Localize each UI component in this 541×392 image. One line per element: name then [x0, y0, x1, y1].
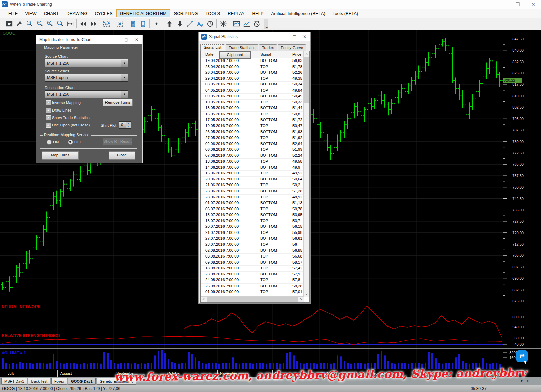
signal-row[interactable]: 24.08.2016 7:00:00TOP57,8 — [201, 277, 304, 284]
signal-row[interactable]: 19.05.2016 7:00:00TOP50,47 — [201, 123, 304, 129]
signal-row[interactable]: 20.07.2016 7:00:00BOTTOM56,15 — [201, 224, 304, 230]
inverse-mapping-checkbox[interactable]: ✓ — [46, 100, 51, 105]
shift-plot-arrows-icon[interactable]: ▲▼ — [126, 122, 131, 128]
window-minimize-button[interactable]: — — [494, 0, 510, 9]
signal-row[interactable]: 28.06.2016 7:00:00TOP48,92 — [201, 195, 304, 201]
trend-chart-icon[interactable] — [241, 19, 252, 29]
menu-item-file[interactable]: FILE — [5, 9, 21, 17]
signal-row[interactable]: 13.06.2016 7:00:00TOP49,58 — [201, 159, 304, 165]
spider-icon[interactable] — [218, 19, 228, 29]
signal-row[interactable]: 14.06.2016 7:00:00BOTTOM49,9 — [201, 165, 304, 171]
signal-row[interactable]: 29.04.2016 7:00:00TOP49,35 — [201, 76, 304, 82]
signal-row[interactable]: 02.08.2016 7:00:00BOTTOM56,85 — [201, 248, 304, 254]
menu-item-drawing[interactable]: DRAWING — [63, 9, 91, 17]
signal-row[interactable]: 18.08.2016 7:00:00TOP57,42 — [201, 266, 304, 272]
signal-tab-equity-curve[interactable]: Equity Curve — [278, 44, 306, 51]
signal-tab-trades[interactable]: Trades — [259, 44, 277, 51]
signal-maximize-button[interactable]: ▢ — [289, 32, 300, 41]
signal-row[interactable]: 07.06.2016 7:00:00BOTTOM52,24 — [201, 153, 304, 159]
signal-row[interactable]: 20.06.2016 7:00:00BOTTOM50,64 — [201, 177, 304, 183]
rt-on-radio[interactable] — [47, 140, 52, 145]
scroll-down-icon[interactable]: ᐯ — [304, 291, 309, 297]
menu-item-view[interactable]: VIEW — [21, 9, 40, 17]
signal-row[interactable]: 03.08.2016 7:00:00TOP56,68 — [201, 254, 304, 260]
show-trade-statistics-checkbox[interactable]: ✓ — [46, 115, 51, 120]
fast-forward-icon[interactable] — [88, 19, 98, 29]
menu-item-scripting[interactable]: SCRIPTING — [170, 9, 202, 17]
use-open-checkbox[interactable]: ✓ — [46, 123, 51, 128]
signal-tab-trade-statistics[interactable]: Trade Statistics — [226, 44, 258, 51]
menu-item-chart[interactable]: CHART — [40, 9, 63, 17]
vertical-scroll-thumb[interactable] — [304, 57, 309, 103]
signal-row[interactable]: 28.07.2016 7:00:00TOP56 — [201, 242, 304, 248]
map-minimize-button[interactable]: — — [111, 35, 121, 44]
column-header-date[interactable]: Date — [205, 52, 213, 56]
signal-window-titlebar[interactable]: Signal Statistics — ▢ ✕ — [199, 32, 310, 41]
signal-row[interactable]: 02.06.2016 7:00:00BOTTOM52,64 — [201, 141, 304, 147]
clipboard-button[interactable]: Clipboard — [219, 51, 251, 59]
column-header-price[interactable]: Price — [292, 52, 301, 56]
signal-row[interactable]: 17.05.2016 7:00:00BOTTOM51,72 — [201, 117, 304, 123]
signal-row[interactable]: 26.05.2016 7:00:00BOTTOM51,93 — [201, 129, 304, 136]
signal-row[interactable]: 04.05.2016 7:00:00TOP49,84 — [201, 88, 304, 94]
window-close-button[interactable]: ✕ — [525, 0, 541, 9]
signal-row[interactable]: 23.06.2016 7:00:00BOTTOM51,28 — [201, 189, 304, 195]
scroll-up-icon[interactable]: ᐱ — [304, 51, 309, 57]
signal-row[interactable]: 21.07.2016 7:00:00TOP55,98 — [201, 230, 304, 236]
signal-row[interactable]: 06.06.2016 7:00:00TOP51,99 — [201, 147, 304, 153]
signal-row[interactable]: 09.05.2016 7:00:00BOTTOM50,49 — [201, 94, 304, 100]
signal-row[interactable]: 27.07.2016 7:00:00BOTTOM56,61 — [201, 236, 304, 242]
selection-clear-icon[interactable] — [115, 19, 125, 29]
new-chart-icon[interactable] — [4, 19, 14, 29]
toolbar-overflow-button[interactable] — [264, 19, 268, 29]
signal-row[interactable]: 18.07.2016 7:00:00TOP53,7 — [201, 218, 304, 224]
alarm-clock-icon[interactable] — [252, 19, 262, 29]
trendline-tool-icon[interactable] — [185, 19, 195, 29]
wrench-icon[interactable] — [14, 19, 24, 29]
replay-history-icon[interactable] — [205, 19, 215, 29]
signal-row[interactable]: 15.07.2016 7:00:00BOTTOM53,95 — [201, 212, 304, 218]
signal-row[interactable]: 21.06.2016 7:00:00TOP50,2 — [201, 182, 304, 189]
toolbar-drag-grip[interactable] — [1, 19, 3, 25]
battery-empty-icon[interactable] — [138, 19, 148, 29]
arrow-up-icon[interactable] — [164, 19, 174, 29]
signal-row[interactable]: 27.05.2016 7:00:00TOP51,92 — [201, 135, 304, 141]
signal-row[interactable]: 25.04.2016 7:00:00TOP51,78 — [201, 64, 304, 70]
scroll-left-icon[interactable]: ᐸ — [201, 297, 206, 302]
signal-row[interactable]: 01.09.2016 7:00:00TOP57,01 — [201, 289, 304, 295]
battery-full-icon[interactable] — [128, 19, 138, 29]
window-restore-button[interactable]: ❐ — [510, 0, 525, 9]
source-series-select[interactable]: MSFT.open ▼ — [45, 74, 128, 82]
horizontal-scroll-thumb[interactable] — [207, 297, 298, 302]
destination-chart-dropdown-icon[interactable]: ▼ — [121, 91, 128, 98]
zoom-tool-icon[interactable] — [55, 19, 65, 29]
signal-horizontal-scrollbar[interactable]: ᐸ ᐳ — [201, 296, 304, 302]
signal-row[interactable]: 19.04.2016 7:00:00BOTTOM56,63 — [201, 58, 304, 64]
menu-item-genetic-algorithm[interactable]: GENETIC ALGORITHM — [116, 9, 170, 17]
signal-row[interactable]: 10.05.2016 7:00:00TOP50,33 — [201, 100, 304, 106]
zoom-in-icon[interactable] — [45, 19, 55, 29]
bottom-tab-back-test[interactable]: Back Test — [28, 378, 50, 385]
signal-row[interactable]: 06.07.2016 7:00:00TOP50,78 — [201, 206, 304, 213]
signal-tab-signal-list[interactable]: Signal List — [200, 44, 225, 51]
map-maximize-button[interactable]: ▢ — [121, 35, 132, 44]
source-chart-select[interactable]: MSFT 1 250 ▼ — [45, 59, 128, 67]
remote-access-icon[interactable]: ⇄ — [516, 350, 528, 362]
signal-row[interactable]: 16.05.2016 7:00:00TOP50,8 — [201, 112, 304, 118]
menu-item-cycles[interactable]: CYCLES — [91, 9, 116, 17]
signal-row[interactable]: 26.04.2016 7:00:00BOTTOM52,26 — [201, 70, 304, 76]
signal-close-button[interactable]: ✕ — [300, 32, 310, 41]
signal-row[interactable]: 09.08.2016 7:00:00BOTTOM58,17 — [201, 260, 304, 266]
signal-row[interactable]: 01.07.2016 7:00:00BOTTOM51,13 — [201, 200, 304, 206]
zoom-out-icon[interactable] — [34, 19, 45, 29]
menu-drag-grip[interactable] — [1, 10, 3, 16]
column-header-signal[interactable]: Signal — [260, 52, 271, 56]
rt-off-radio[interactable] — [68, 140, 73, 145]
menu-item-tools[interactable]: TOOLS — [202, 9, 224, 17]
menu-item-artificial-intelligence-beta-[interactable]: Artificial Intelligence (BETA) — [267, 9, 329, 17]
font-tool-icon[interactable]: AA — [195, 19, 205, 29]
bottom-tab-forex[interactable]: Forex — [51, 378, 67, 385]
bottom-tab-goog-day-[interactable]: GOOG Day1 — [68, 378, 96, 385]
indicator-window-icon[interactable] — [231, 19, 241, 29]
arrow-down-icon[interactable] — [174, 19, 185, 29]
